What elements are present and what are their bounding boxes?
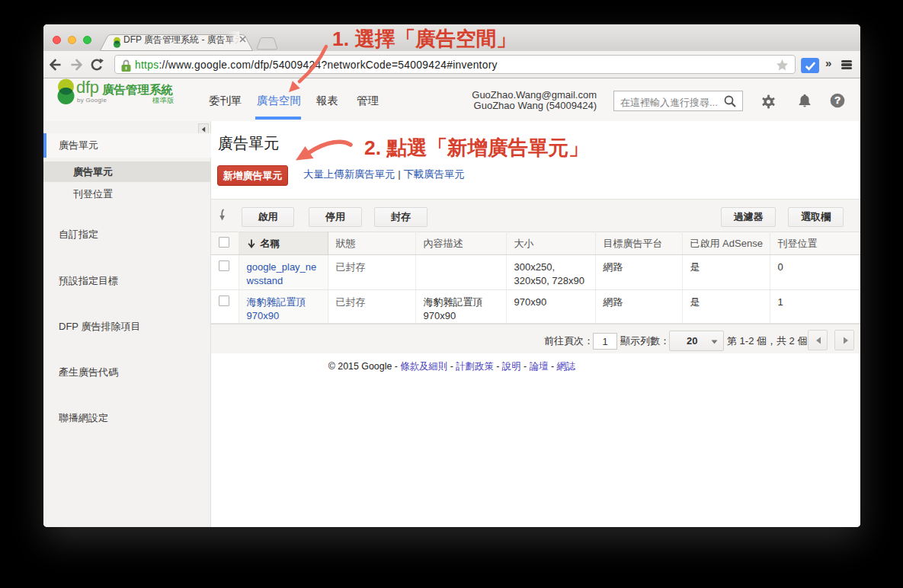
svg-text:?: ? <box>834 94 841 106</box>
